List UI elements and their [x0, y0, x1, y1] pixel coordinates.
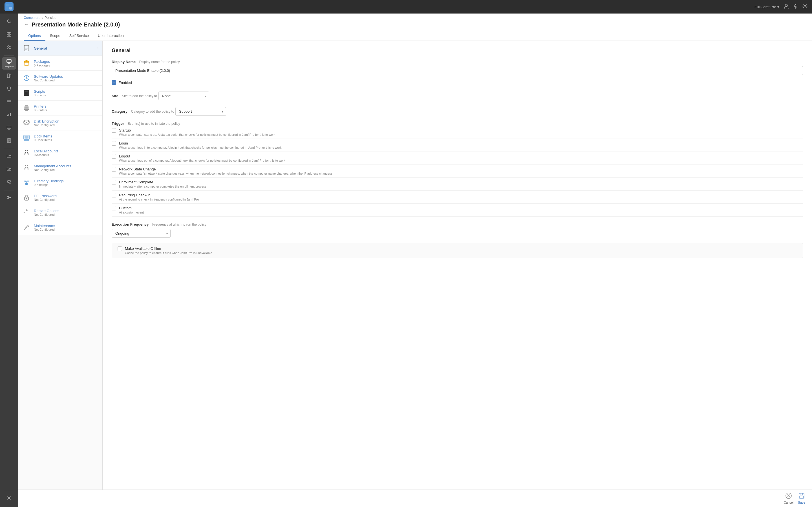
enabled-label: Enabled: [118, 80, 132, 85]
scripts-section-name: Scripts: [34, 89, 98, 94]
settings-icon[interactable]: [802, 4, 808, 10]
scripts-icon: [22, 89, 31, 98]
sidebar-item-policies[interactable]: [2, 151, 16, 163]
sidebar-item-dashboard[interactable]: [2, 29, 16, 41]
computers-label: Computers: [3, 65, 14, 68]
svg-point-61: [25, 165, 28, 168]
svg-rect-77: [800, 496, 804, 498]
users-icon: [7, 45, 11, 51]
trigger-login-checkbox[interactable]: [112, 141, 116, 146]
sidebar-item-devices[interactable]: [2, 70, 16, 82]
sidebar-item-groups[interactable]: [2, 176, 16, 189]
section-software-updates[interactable]: Software Updates Not Configured: [18, 71, 102, 86]
action-bar: Cancel Save: [18, 490, 812, 507]
tab-scope[interactable]: Scope: [45, 31, 65, 41]
svg-rect-24: [8, 114, 9, 116]
exec-freq-hint: Frequency at which to run the policy: [152, 223, 206, 226]
trigger-custom-checkbox[interactable]: [112, 206, 116, 210]
execution-frequency-section: Execution Frequency Frequency at which t…: [112, 222, 803, 238]
tab-user-interaction[interactable]: User Interaction: [93, 31, 128, 41]
section-maintenance[interactable]: Maintenance Not Configured: [18, 220, 102, 235]
breadcrumb: Computers : Policies: [24, 16, 806, 20]
svg-rect-25: [10, 113, 11, 116]
devices-icon: [7, 73, 11, 79]
exec-freq-select-wrapper: Ongoing Once per computer Once per user …: [112, 229, 170, 238]
breadcrumb-computers[interactable]: Computers: [24, 16, 40, 20]
enabled-checkbox[interactable]: ✓: [112, 80, 116, 85]
category-select-wrapper: Support ▾: [175, 107, 226, 116]
trigger-section: Trigger Event(s) to use to initiate the …: [112, 121, 803, 217]
packages-section-name: Packages: [34, 59, 98, 64]
section-efi-password[interactable]: EFI Password Not Configured: [18, 190, 102, 205]
section-general[interactable]: General ›: [18, 41, 102, 56]
sidebar-item-computers[interactable]: Computers: [2, 57, 16, 69]
tab-self-service[interactable]: Self Service: [65, 31, 93, 41]
settings-nav-icon: [7, 496, 11, 501]
category-hint: Category to add the policy to: [131, 110, 174, 114]
tab-options[interactable]: Options: [24, 31, 45, 41]
page-title: Presentation Mode Enable (2.0.0): [32, 21, 120, 28]
section-dock-items[interactable]: Dock Items 0 Dock Items: [18, 130, 102, 145]
sidebar-item-list[interactable]: [2, 96, 16, 108]
display-name-input[interactable]: [112, 66, 803, 75]
trigger-recurring-check-in-checkbox[interactable]: [112, 193, 116, 198]
trigger-custom-desc: At a custom event: [119, 211, 803, 214]
product-label: Full Jamf Pro: [755, 5, 776, 9]
software-updates-section-name: Software Updates: [34, 74, 98, 78]
sidebar-item-users[interactable]: [2, 42, 16, 54]
save-button[interactable]: Save: [798, 493, 805, 504]
site-field: Site Site to add the policy to None ▾: [112, 90, 803, 100]
trigger-enrollment-complete-name: Enrollment Complete: [119, 180, 803, 184]
trigger-logout: Logout When a user logs out of a compute…: [112, 152, 803, 165]
cancel-button[interactable]: Cancel: [784, 493, 794, 504]
sidebar-item-security[interactable]: [2, 83, 16, 96]
dock-items-icon: [22, 133, 31, 142]
site-select[interactable]: None: [158, 92, 209, 100]
make-available-offline-checkbox[interactable]: [117, 246, 122, 251]
svg-point-34: [7, 180, 9, 182]
trigger-logout-checkbox[interactable]: [112, 154, 116, 159]
maintenance-section-name: Maintenance: [34, 224, 98, 228]
svg-rect-75: [799, 493, 804, 498]
packages-section-sub: 0 Packages: [34, 64, 98, 67]
svg-rect-11: [9, 35, 11, 36]
section-restart-options[interactable]: Restart Options Not Configured: [18, 205, 102, 220]
sidebar-item-remote[interactable]: [2, 122, 16, 134]
trigger-network-state-change: Network State Change When a computer's n…: [112, 165, 803, 178]
user-icon[interactable]: [784, 4, 789, 10]
trigger-startup-checkbox[interactable]: [112, 128, 116, 133]
section-management-accounts[interactable]: Management Accounts Not Configured: [18, 160, 102, 175]
category-field: Category Category to add the policy to S…: [112, 105, 803, 116]
trigger-network-state-change-checkbox[interactable]: [112, 167, 116, 172]
product-selector[interactable]: Full Jamf Pro ▾: [755, 5, 779, 9]
section-packages[interactable]: Packages 0 Packages: [18, 56, 102, 71]
bolt-icon[interactable]: [794, 4, 798, 10]
section-disk-encryption[interactable]: Disk Encryption Not Configured: [18, 115, 102, 130]
sidebar-item-reports[interactable]: [2, 109, 16, 121]
sidebar-item-settings[interactable]: [2, 492, 16, 505]
svg-rect-14: [7, 59, 11, 62]
category-select[interactable]: Support: [175, 107, 226, 116]
svg-rect-8: [7, 33, 9, 34]
sidebar-item-messages[interactable]: [2, 192, 16, 204]
section-local-accounts[interactable]: Local Accounts 0 Accounts: [18, 145, 102, 160]
exec-freq-select[interactable]: Ongoing Once per computer Once per user …: [112, 229, 170, 238]
dashboard-icon: [7, 32, 11, 38]
trigger-startup-name: Startup: [119, 128, 803, 132]
sidebar-item-docs[interactable]: [2, 135, 16, 147]
trigger-enrollment-complete-checkbox[interactable]: [112, 180, 116, 184]
site-select-wrapper: None ▾: [158, 92, 209, 100]
directory-bindings-section-name: Directory Bindings: [34, 179, 98, 183]
sidebar-item-search[interactable]: [2, 16, 16, 28]
printers-section-name: Printers: [34, 104, 98, 108]
back-button[interactable]: ←: [24, 22, 29, 27]
section-printers[interactable]: Printers 0 Printers: [18, 101, 102, 115]
section-scripts[interactable]: Scripts 3 Scripts: [18, 86, 102, 101]
section-directory-bindings[interactable]: Directory Bindings 0 Bindings: [18, 175, 102, 190]
send-icon: [7, 195, 11, 201]
svg-rect-67: [26, 183, 28, 185]
svg-rect-0: [6, 4, 9, 6]
sidebar-item-config-profiles[interactable]: [2, 163, 16, 176]
svg-rect-19: [10, 75, 11, 77]
svg-point-5: [804, 5, 806, 7]
